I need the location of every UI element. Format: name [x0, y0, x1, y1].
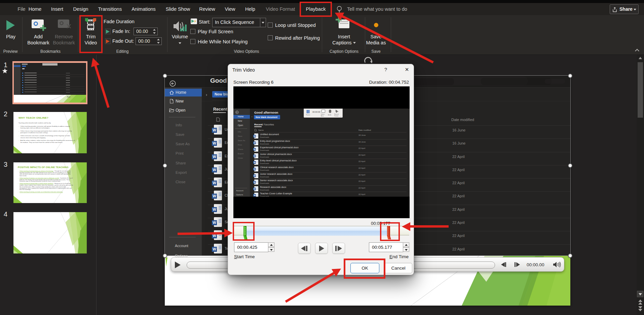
preview-tab-recent: Recent: [254, 123, 263, 126]
file-date: 22 April: [452, 207, 465, 211]
start-label: Start:: [199, 19, 211, 25]
playbar-step-forward-icon[interactable]: [515, 262, 520, 267]
start-time-input[interactable]: 00:00.425: [234, 242, 268, 252]
annotation-box-start-marker: [233, 222, 255, 241]
tab-insert[interactable]: Insert: [49, 3, 65, 15]
share-icon: [612, 7, 618, 12]
scrollbar-down-button[interactable]: [637, 291, 643, 297]
slide-thumbnail-1[interactable]: Roal: [12, 61, 87, 104]
preview-nav-open: Open: [238, 124, 243, 126]
tab-transitions[interactable]: Transitions: [96, 3, 124, 15]
remove-bookmark-icon: ✕: [58, 19, 69, 28]
file-word-icon: W: [214, 244, 222, 253]
slide-thumbnail-3[interactable]: POSITIVE IMPACTS OF ONLINE TEACHING –Onl…: [13, 162, 87, 203]
video-handle-bottom-left[interactable]: [163, 253, 167, 258]
next-slide-button[interactable]: [638, 306, 642, 311]
rewind-after-playing-checkbox[interactable]: [268, 35, 273, 40]
hide-while-not-playing-label: Hide While Not Playing: [198, 39, 248, 44]
tab-video-format[interactable]: Video Format: [264, 3, 297, 15]
end-time-spinner[interactable]: [403, 242, 410, 252]
previous-slide-button[interactable]: [638, 300, 642, 304]
hide-while-not-playing-checkbox[interactable]: [190, 39, 195, 44]
add-bookmark-button[interactable]: Add Bookmark: [26, 17, 51, 48]
fade-out-icon: [105, 38, 111, 44]
dialog-media-name: Screen Recording 6: [233, 80, 273, 85]
dialog-video-preview: Home New Open Info Save Save As Print Sh…: [233, 86, 410, 218]
tab-animations[interactable]: Animations: [130, 3, 157, 15]
play-frame-button[interactable]: [315, 243, 328, 254]
word-nav-open: Open: [165, 107, 202, 114]
word-greeting: Good afternoon: [210, 77, 229, 84]
remove-bookmark-button[interactable]: ✕ Remove Bookmark: [51, 17, 77, 48]
video-handle-top-right[interactable]: [568, 74, 572, 78]
vertical-scrollbar[interactable]: [637, 55, 644, 315]
loop-until-stopped-checkbox[interactable]: [268, 23, 273, 28]
fade-in-icon: [105, 29, 111, 34]
trim-video-dialog: Trim Video ? ✕ Screen Recording 6 Durati…: [228, 64, 414, 275]
end-time-input[interactable]: 00:05.177: [369, 242, 403, 252]
play-preview-icon: [6, 20, 15, 30]
word-nav-close: Close: [176, 180, 185, 184]
fade-out-spinner[interactable]: [157, 38, 160, 44]
word-nav-export: Export: [176, 170, 187, 174]
file-date: 22 April: [452, 181, 465, 185]
preview-nav-options: Options: [236, 194, 243, 196]
file-date: 22 April: [452, 168, 465, 172]
tab-slide-show[interactable]: Slide Show: [164, 3, 192, 15]
word-tab-recent: Recent: [213, 107, 227, 112]
add-bookmark-icon: [32, 19, 44, 28]
file-word-icon: W: [214, 151, 222, 161]
start-dropdown[interactable]: In Click Sequence: [212, 18, 266, 27]
playbar-time: 00:00.00: [527, 262, 544, 267]
dialog-help-button[interactable]: ?: [382, 67, 389, 74]
word-nav-save: Save: [176, 132, 184, 136]
tab-help[interactable]: Help: [243, 3, 258, 15]
fade-out-input[interactable]: 00.00: [136, 37, 162, 45]
video-handle-bottom-right[interactable]: [568, 253, 572, 258]
dialog-title: Trim Video: [232, 67, 255, 73]
recorder-toolbar: Pause 00:00:00 SelectArea Audio RecordPo…: [304, 109, 343, 118]
slide-1-animation-star-icon[interactable]: [2, 68, 8, 74]
scrollbar-thumb[interactable]: [638, 62, 643, 118]
video-handle-mid-right[interactable]: [568, 163, 572, 168]
start-time-spinner[interactable]: [268, 242, 275, 252]
tab-home[interactable]: Home: [27, 3, 43, 15]
video-handle-top-left[interactable]: [163, 74, 167, 78]
tab-design[interactable]: Design: [71, 3, 90, 15]
fade-out-label: Fade Out:: [112, 38, 134, 44]
word-name-col-icon: [216, 117, 220, 122]
tell-me-box[interactable]: Tell me what you want to do: [347, 3, 407, 15]
fade-in-spinner[interactable]: [153, 28, 156, 35]
slide-thumbnail-2[interactable]: WHY TEACH ONLINE? Teaching online benefi…: [13, 112, 87, 153]
file-date: 22 April: [452, 234, 465, 238]
end-time-label: End Time: [389, 254, 409, 259]
volume-button[interactable]: Volume: [170, 17, 190, 48]
preview-col-name: Name: [258, 129, 264, 131]
playbar-step-back-icon[interactable]: [501, 262, 506, 267]
word-nav-home: Home: [165, 89, 202, 96]
dialog-close-button[interactable]: ✕: [403, 67, 411, 74]
tab-file[interactable]: File: [15, 3, 28, 15]
tab-review[interactable]: Review: [198, 3, 217, 15]
next-frame-button[interactable]: [332, 243, 345, 254]
previous-frame-button[interactable]: [298, 243, 311, 254]
scrollbar-up-icon[interactable]: [639, 57, 642, 59]
svg-text:Roal: Roal: [67, 96, 70, 98]
file-word-icon: W: [214, 217, 222, 227]
slide-4-number: 4: [4, 210, 7, 218]
start-dropdown-chevron-icon[interactable]: [260, 18, 266, 27]
play-button[interactable]: Play: [2, 17, 20, 48]
rewind-after-playing-label: Rewind after Playing: [275, 35, 320, 41]
panel-divider: [96, 55, 97, 315]
collapse-ribbon-icon[interactable]: [636, 49, 640, 52]
play-full-screen-checkbox[interactable]: [190, 29, 195, 34]
playbar-play-button[interactable]: [175, 262, 181, 268]
video-handle-mid-left[interactable]: [163, 163, 167, 168]
cancel-button[interactable]: Cancel: [384, 263, 412, 273]
tab-view[interactable]: View: [222, 3, 238, 15]
slide-thumbnail-4[interactable]: [13, 212, 87, 253]
fade-in-input[interactable]: 00.00: [134, 28, 158, 35]
share-button[interactable]: Share: [610, 4, 639, 14]
playbar-volume-icon[interactable]: [553, 261, 561, 268]
file-word-icon: W: [214, 138, 222, 148]
